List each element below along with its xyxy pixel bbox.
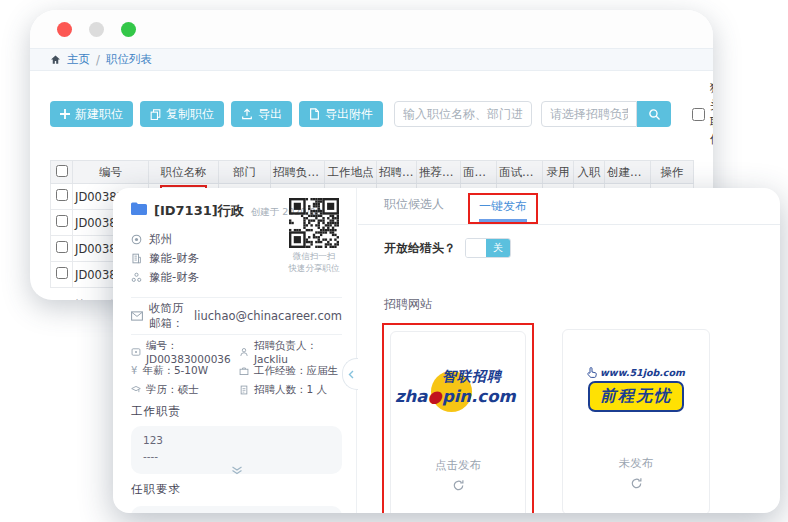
col-id: 编号 <box>73 161 149 184</box>
tab-candidates[interactable]: 职位候选人 <box>384 196 444 224</box>
breadcrumb-home-link[interactable]: 主页 <box>67 52 90 67</box>
col-interview: 面试... <box>461 161 497 184</box>
row-checkbox[interactable] <box>56 215 68 227</box>
table-header-row: 编号 职位名称 部门 招聘负责人 工作地点 招聘人... 推荐候... 面试..… <box>51 161 694 184</box>
folder-icon <box>131 202 147 215</box>
briefcase-icon <box>239 366 249 376</box>
expand-chevron-icon[interactable] <box>143 466 330 475</box>
col-created: 创建日期 <box>605 161 651 184</box>
document-icon <box>239 385 249 395</box>
col-recruit: 招聘人... <box>377 161 417 184</box>
resume-email-label: 收简历邮箱： <box>149 301 188 331</box>
row-checkbox[interactable] <box>56 189 68 201</box>
publish-site-cards: 智联招聘 zha●pin.com 点击发布 www.51job <box>382 323 780 513</box>
publish-panel: 职位候选人 一键发布 开放给猎头？ 关 招聘网站 智联招聘 z <box>358 188 780 513</box>
resume-email-value: liuchao@chinacareer.com <box>194 309 342 323</box>
annotation-box: 智联招聘 zha●pin.com 点击发布 <box>382 323 534 513</box>
req-content-box <box>131 506 342 513</box>
qr-caption: 微信扫一扫 快速分享职位 <box>279 250 349 275</box>
headhunt-toggle-label: 开放给猎头？ <box>384 240 456 257</box>
location-icon <box>131 234 142 245</box>
headhunt-checkbox-label: 猎头职位 <box>710 80 713 148</box>
section-duty-title: 工作职责 <box>131 404 342 419</box>
toggle-state-label: 关 <box>486 239 510 257</box>
section-req-title: 任职要求 <box>131 482 342 497</box>
building-icon <box>131 253 142 264</box>
modal-tabbar: 职位候选人 一键发布 <box>358 188 780 225</box>
col-action: 操作 <box>651 161 694 184</box>
headhunt-toggle-switch[interactable]: 关 <box>465 238 511 258</box>
refresh-icon[interactable] <box>452 479 465 492</box>
51job-publish-card[interactable]: www.51job.com 前程无忧 未发布 <box>562 329 710 513</box>
copy-icon <box>150 109 161 120</box>
col-location: 工作地点 <box>325 161 377 184</box>
export-button[interactable]: 导出 <box>231 101 292 127</box>
wechat-qr-code <box>289 198 339 248</box>
job-detail-modal: [ID7131]行政 创建于 2020/09 微信扫一扫 快速分享职位 郑州 豫… <box>113 188 780 513</box>
headhunt-toggle-row: 开放给猎头？ 关 <box>384 238 780 258</box>
job-title: [ID7131]行政 <box>154 202 244 220</box>
breadcrumb-separator: / <box>96 53 100 67</box>
row-checkbox[interactable] <box>56 241 68 253</box>
copy-job-button[interactable]: 复制职位 <box>140 101 224 127</box>
person-icon <box>239 347 249 357</box>
headhunt-filter: 猎头职位 <box>692 80 713 148</box>
resume-email-row: 收简历邮箱： liuchao@chinacareer.com <box>131 308 342 324</box>
annotation-box: 一键发布 <box>468 193 538 224</box>
search-input[interactable] <box>394 101 532 127</box>
close-window-icon[interactable] <box>57 22 72 37</box>
window-titlebar <box>30 10 713 48</box>
graduation-cap-icon <box>131 385 141 395</box>
toolbar: 新建职位 复制职位 导出 导出附件 猎头职位 <box>30 71 713 156</box>
51job-status: 未发布 <box>619 456 654 471</box>
export-icon <box>241 108 253 120</box>
zhaopin-status: 点击发布 <box>435 458 481 473</box>
select-all-checkbox[interactable] <box>56 165 68 177</box>
col-interview-out: 面试淘汰 <box>497 161 543 184</box>
select-all-cell <box>51 161 73 184</box>
search-button[interactable] <box>637 101 671 127</box>
col-recommend: 推荐候... <box>417 161 461 184</box>
yen-icon: ¥ <box>131 365 137 376</box>
plus-icon <box>60 109 70 119</box>
zhaopin-red-dot: ● <box>427 387 441 406</box>
breadcrumb-current-link[interactable]: 职位列表 <box>106 52 152 67</box>
sites-section-title: 招聘网站 <box>384 296 780 313</box>
col-dept: 部门 <box>219 161 271 184</box>
refresh-icon[interactable] <box>630 477 643 490</box>
new-job-button[interactable]: 新建职位 <box>50 101 133 127</box>
tab-one-click-publish[interactable]: 一键发布 <box>479 198 527 222</box>
hand-icon <box>587 367 597 378</box>
duty-content-box: 123 ---- <box>131 426 342 474</box>
chevron-left-icon <box>348 370 354 379</box>
headhunt-checkbox[interactable] <box>692 108 705 121</box>
col-hired: 录用 <box>543 161 574 184</box>
toggle-handle <box>466 239 486 257</box>
mail-icon <box>131 311 143 321</box>
file-icon <box>309 108 320 120</box>
job-detail-grid: 编号：JD00383000036 招聘负责人：Jackliu ¥年薪：5-10W… <box>131 345 342 396</box>
minimize-window-icon[interactable] <box>89 22 104 37</box>
home-icon <box>50 54 61 65</box>
tag-icon <box>131 347 141 357</box>
breadcrumb: 主页 / 职位列表 <box>30 48 713 71</box>
51job-logo: www.51job.com 前程无忧 <box>587 367 685 412</box>
maximize-window-icon[interactable] <box>121 22 136 37</box>
col-onboard: 入职 <box>574 161 605 184</box>
team-icon <box>131 272 142 283</box>
recruiter-select[interactable] <box>541 101 637 127</box>
zhaopin-logo: 智联招聘 zha●pin.com <box>395 368 521 414</box>
export-attachments-button[interactable]: 导出附件 <box>299 101 383 127</box>
col-owner: 招聘负责人 <box>271 161 325 184</box>
row-checkbox[interactable] <box>56 267 68 279</box>
job-summary-panel: [ID7131]行政 创建于 2020/09 微信扫一扫 快速分享职位 郑州 豫… <box>113 188 357 513</box>
col-name: 职位名称 <box>149 161 219 184</box>
zhaopin-publish-card[interactable]: 智联招聘 zha●pin.com 点击发布 <box>390 331 526 513</box>
search-icon <box>648 108 661 121</box>
